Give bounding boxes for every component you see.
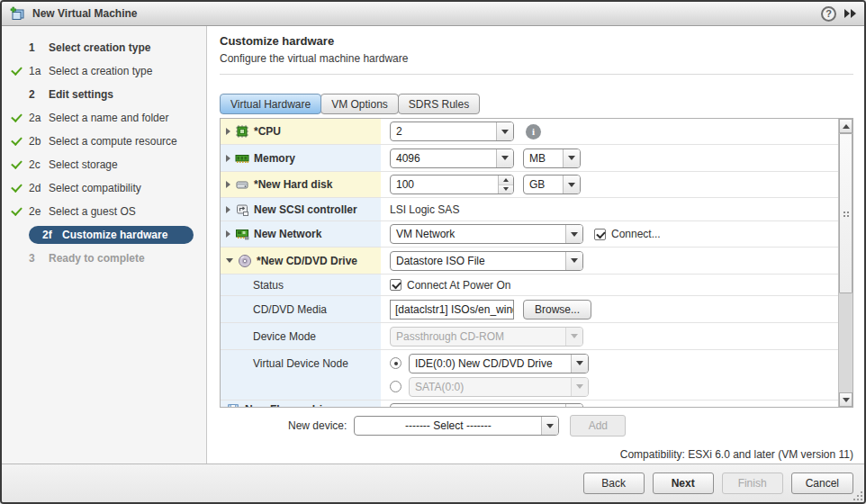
finish-button: Finish <box>722 472 783 494</box>
title-bar: New Virtual Machine ? <box>2 2 864 26</box>
check-icon <box>10 65 26 77</box>
floppy-device-select[interactable]: Client Device <box>390 403 583 408</box>
chevron-down-icon <box>565 252 582 270</box>
network-row: New Network VM Network Connect... <box>221 221 838 248</box>
disk-unit-select[interactable]: GB <box>523 175 581 194</box>
scroll-down-icon[interactable] <box>839 392 852 407</box>
scsi-controller-row: New SCSI controller LSI Logic SAS <box>221 198 838 221</box>
tab-virtual-hardware[interactable]: Virtual Hardware <box>220 94 321 114</box>
footer-button-bar: Back Next Finish Cancel <box>2 464 864 502</box>
thumb-grip-icon <box>843 212 850 218</box>
expand-network-icon[interactable] <box>226 230 230 238</box>
new-device-select[interactable]: ------- Select ------- <box>354 416 559 436</box>
chevron-down-icon <box>571 378 588 396</box>
dialog-title: New Virtual Machine <box>32 7 821 20</box>
expand-memory-icon[interactable] <box>226 155 230 162</box>
sidebar-step-2a[interactable]: 2a Select a name and folder <box>2 106 206 130</box>
chevron-down-icon <box>565 225 582 243</box>
scroll-up-icon[interactable] <box>839 119 852 133</box>
sidebar-step-2c[interactable]: 2c Select storage <box>2 153 206 176</box>
hardware-tab-bar: Virtual Hardware VM Options SDRS Rules <box>220 94 853 114</box>
network-select[interactable]: VM Network <box>390 224 583 244</box>
floppy-row-clipped: New Floppy drive Client Device Connect.. <box>221 400 838 408</box>
cancel-button[interactable]: Cancel <box>791 472 853 494</box>
expand-scsi-icon[interactable] <box>226 206 230 213</box>
compatibility-text: Compatibility: ESXi 6.0 and later (VM ve… <box>220 448 853 461</box>
page-title: Customize hardware <box>220 34 853 48</box>
step-status <box>10 41 26 54</box>
step-status <box>10 88 26 101</box>
floppy-icon <box>226 403 240 408</box>
chevron-down-icon <box>496 149 513 167</box>
sidebar-step-2f-current[interactable]: 2f Customize hardware <box>2 223 206 247</box>
new-device-bar: New device: ------- Select ------- Add <box>288 415 853 436</box>
new-device-label: New device: <box>288 419 347 432</box>
scsi-type-value: LSI Logic SAS <box>390 203 459 216</box>
network-connect-checkbox[interactable] <box>594 229 606 240</box>
hard-disk-icon <box>235 177 249 192</box>
virtual-device-node-row: Virtual Device Node IDE(0:0) New CD/DVD … <box>221 350 838 400</box>
check-icon <box>10 112 26 124</box>
resize-grip-icon[interactable] <box>853 491 862 500</box>
ide-node-radio[interactable] <box>390 357 401 369</box>
scrollbar-track[interactable] <box>839 133 852 392</box>
device-mode-row: Device Mode Passthrough CD-ROM <box>221 323 838 350</box>
tab-vm-options[interactable]: VM Options <box>320 94 399 114</box>
sidebar-step-2e[interactable]: 2e Select a guest OS <box>2 200 206 223</box>
floppy-connect-checkbox[interactable] <box>599 408 610 409</box>
sata-node-select: SATA(0:0) <box>409 377 589 397</box>
floppy-connect-label: Connect... <box>620 407 670 408</box>
scrollbar-thumb[interactable] <box>839 133 852 293</box>
next-button[interactable]: Next <box>653 472 714 494</box>
chevron-down-icon <box>563 149 580 167</box>
expand-disk-icon[interactable] <box>226 181 230 188</box>
memory-row: Memory 4096 MB <box>221 145 838 172</box>
chevron-down-icon <box>563 176 580 194</box>
hardware-table: *CPU 2 i <box>220 118 853 408</box>
cd-media-type-select[interactable]: Datastore ISO File <box>390 251 583 271</box>
scsi-controller-icon <box>235 202 249 217</box>
new-vm-wizard-dialog: New Virtual Machine ? 1 Select creation … <box>0 0 866 504</box>
chevron-down-icon <box>496 122 513 140</box>
sidebar-step-3: 3 Ready to complete <box>2 247 206 270</box>
spinner-buttons[interactable] <box>498 176 513 194</box>
memory-icon <box>235 151 249 166</box>
expand-cpu-icon[interactable] <box>226 128 230 135</box>
connect-at-power-on-checkbox[interactable] <box>390 279 401 291</box>
sidebar-step-1a[interactable]: 1a Select a creation type <box>2 59 206 83</box>
cd-dvd-icon <box>238 254 252 268</box>
collapse-panel-icon[interactable] <box>844 9 856 18</box>
cpu-count-select[interactable]: 2 <box>390 122 514 141</box>
iso-path-input[interactable]: [dataclstr1] ISOs/en_windo <box>390 300 514 320</box>
sidebar-step-2b[interactable]: 2b Select a compute resource <box>2 130 206 153</box>
collapse-cddvd-icon[interactable] <box>226 258 233 263</box>
info-icon[interactable]: i <box>526 124 541 140</box>
check-icon <box>10 158 26 171</box>
header-divider <box>220 74 853 75</box>
step-status <box>10 252 26 265</box>
disk-size-input[interactable]: 100 <box>390 175 514 194</box>
cd-status-row: Status Connect At Power On <box>221 274 838 296</box>
connect-at-power-on-label: Connect At Power On <box>407 279 510 292</box>
sata-node-radio[interactable] <box>390 381 401 392</box>
sidebar-step-1: 1 Select creation type <box>2 36 206 59</box>
spinner-up-icon <box>499 176 513 185</box>
step-status <box>10 229 26 241</box>
spinner-down-icon <box>499 185 513 194</box>
browse-button[interactable]: Browse... <box>523 300 591 320</box>
chevron-down-icon <box>571 355 588 373</box>
sidebar-step-2d[interactable]: 2d Select compatibility <box>2 176 206 200</box>
memory-size-select[interactable]: 4096 <box>390 148 514 168</box>
new-vm-icon <box>10 6 26 21</box>
back-button[interactable]: Back <box>583 472 645 494</box>
current-step-pill: 2f Customize hardware <box>29 226 194 244</box>
hard-disk-row: *New Hard disk 100 GB <box>221 172 838 198</box>
page-subtitle: Configure the virtual machine hardware <box>220 52 853 65</box>
vertical-scrollbar[interactable] <box>838 119 852 407</box>
help-icon[interactable]: ? <box>821 6 836 22</box>
cpu-row: *CPU 2 i <box>221 119 838 145</box>
chevron-down-icon <box>541 417 558 435</box>
memory-unit-select[interactable]: MB <box>523 148 581 168</box>
tab-sdrs-rules[interactable]: SDRS Rules <box>398 94 480 114</box>
ide-node-select[interactable]: IDE(0:0) New CD/DVD Drive <box>409 354 589 374</box>
